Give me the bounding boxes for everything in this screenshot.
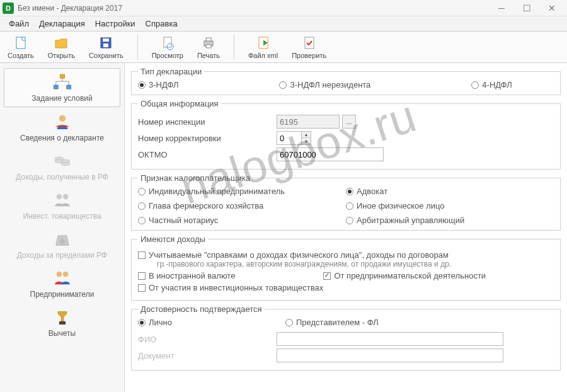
radio-advokat[interactable]: Адвокат [346,187,554,196]
checkbox-income-business[interactable]: От предпринимательской деятельности [323,271,486,280]
fieldset-general: Общая информация Номер инспекции ... Ном… [131,99,561,170]
svg-rect-7 [206,38,211,41]
menu-help[interactable]: Справка [140,18,183,30]
toolbar-file-xml[interactable]: Файл xml [244,34,282,61]
input-correction[interactable] [277,131,302,145]
button-inspection-picker[interactable]: ... [342,115,356,129]
menu-file[interactable]: Файл [4,18,34,30]
svg-point-23 [62,272,68,277]
checkbox-income-invest[interactable]: От участия в инвестиционных товарищества… [138,283,554,292]
spin-down[interactable]: ▼ [302,138,311,144]
svg-rect-24 [59,321,65,325]
taxpayer-radios: Индивидуальный предприниматель Адвокат Г… [138,187,554,225]
folder-open-icon [54,35,69,50]
svg-point-19 [56,194,62,200]
sidebar-item-label: Сведения о декларанте [20,134,104,142]
toolbar-preview-label: Просмотр [152,52,183,59]
money-stack-icon [52,151,73,170]
sidebar-item-declarant[interactable]: Сведения о декларанте [4,108,120,146]
sidebar-item-income-abroad[interactable]: Доходы за пределами РФ [4,226,120,263]
window-controls: ─ ☐ ✕ [489,0,564,16]
maximize-button[interactable]: ☐ [514,0,539,16]
svg-rect-3 [103,43,108,47]
sidebar-item-invest[interactable]: Инвест. товарищества [4,187,120,224]
checkbox-income-foreign[interactable]: В иностранной валюте [138,271,235,280]
app-icon: D [3,3,14,14]
toolbar-save[interactable]: Сохранить [85,34,127,61]
input-inspection[interactable] [277,115,340,129]
menubar: Файл Декларация Настройки Справка [0,16,567,32]
svg-point-18 [61,163,70,166]
label-correction: Номер корректировки [138,134,277,143]
menu-declaration[interactable]: Декларация [34,18,90,30]
fieldset-decl-type: Тип декларации 3-НДФЛ 3-НДФЛ нерезидента… [131,67,561,95]
xml-file-icon [256,35,271,50]
radio-4ndfl[interactable]: 4-НДФЛ [471,80,512,89]
svg-rect-13 [66,85,71,89]
toolbar-create[interactable]: Создать [4,34,38,61]
window-title: Без имени - Декларация 2017 [18,4,122,13]
toolbar-preview[interactable]: Просмотр [148,34,187,61]
sidebar: Задание условий Сведения о декларанте До… [0,63,125,392]
input-fio[interactable] [277,332,503,346]
toolbar-check[interactable]: Проверить [288,34,330,61]
checkbox-income-spravki[interactable]: Учитываемые "справками о доходах физичес… [138,250,554,260]
close-button[interactable]: ✕ [539,0,564,16]
label-document: Документ [138,351,277,360]
toolbar-open[interactable]: Открыть [44,34,79,61]
printer-icon [201,35,216,50]
spinner-correction[interactable]: ▲▼ [277,131,311,145]
legend-general: Общая информация [138,99,221,108]
toolbar-file-xml-label: Файл xml [248,52,278,59]
minimize-button[interactable]: ─ [489,0,514,16]
radio-representative[interactable]: Представителем - ФЛ [285,318,379,327]
sidebar-item-entrepreneurs[interactable]: Предприниматели [4,265,120,303]
people-icon [52,190,73,209]
svg-point-14 [59,115,65,122]
radio-3ndfl-nonresident[interactable]: 3-НДФЛ нерезидента [279,80,370,89]
radio-other[interactable]: Иное физическое лицо [346,201,554,210]
radio-notary[interactable]: Частный нотариус [138,216,346,225]
hierarchy-icon [52,72,73,91]
legend-decl-type: Тип декларации [138,67,204,76]
legend-income: Имеются доходы [138,234,208,244]
toolbar-separator-1 [137,35,138,60]
new-file-icon [13,35,28,50]
spin-up[interactable]: ▲ [302,132,311,138]
toolbar: Создать Открыть Сохранить Просмотр Печат… [0,32,567,63]
toolbar-check-label: Проверить [292,52,326,59]
confirm-radios: Лично Представителем - ФЛ [138,318,554,327]
toolbar-print[interactable]: Печать [193,34,224,61]
toolbar-create-label: Создать [8,52,34,59]
svg-rect-12 [54,85,58,89]
radio-ip[interactable]: Индивидуальный предприниматель [138,187,346,196]
main-area: Задание условий Сведения о декларанте До… [0,63,567,392]
sidebar-item-conditions[interactable]: Задание условий [4,68,120,107]
radio-personally[interactable]: Лично [138,318,172,327]
toolbar-save-label: Сохранить [89,52,123,59]
sidebar-item-income-rf[interactable]: Доходы, полученные в РФ [4,147,120,185]
titlebar: D Без имени - Декларация 2017 ─ ☐ ✕ [0,0,567,16]
radio-arbitr[interactable]: Арбитражный управляющий [346,216,554,225]
fieldset-income: Имеются доходы Учитываемые "справками о … [131,234,561,301]
radio-3ndfl[interactable]: 3-НДФЛ [138,80,178,89]
sidebar-item-deductions[interactable]: Вычеты [4,304,120,342]
svg-rect-0 [16,37,25,49]
sidebar-item-label: Доходы за пределами РФ [17,251,107,260]
save-icon [98,35,113,50]
legend-confirm: Достоверность подтверждается [138,304,265,314]
preview-icon [160,35,175,50]
label-inspection: Номер инспекции [138,117,277,127]
check-icon [302,35,317,50]
sidebar-item-label: Доходы, полученные в РФ [16,173,108,182]
label-oktmo: ОКТМО [138,150,277,159]
fieldset-taxpayer: Признак налогоплательщика Индивидуальный… [131,173,561,231]
svg-rect-8 [206,45,211,48]
input-document[interactable] [277,349,503,362]
input-oktmo[interactable] [277,147,384,161]
radio-farmer[interactable]: Глава фермерского хозяйства [138,201,346,210]
business-people-icon [52,268,73,287]
svg-rect-2 [103,38,109,42]
toolbar-separator-2 [234,35,234,60]
menu-settings[interactable]: Настройки [90,18,140,30]
